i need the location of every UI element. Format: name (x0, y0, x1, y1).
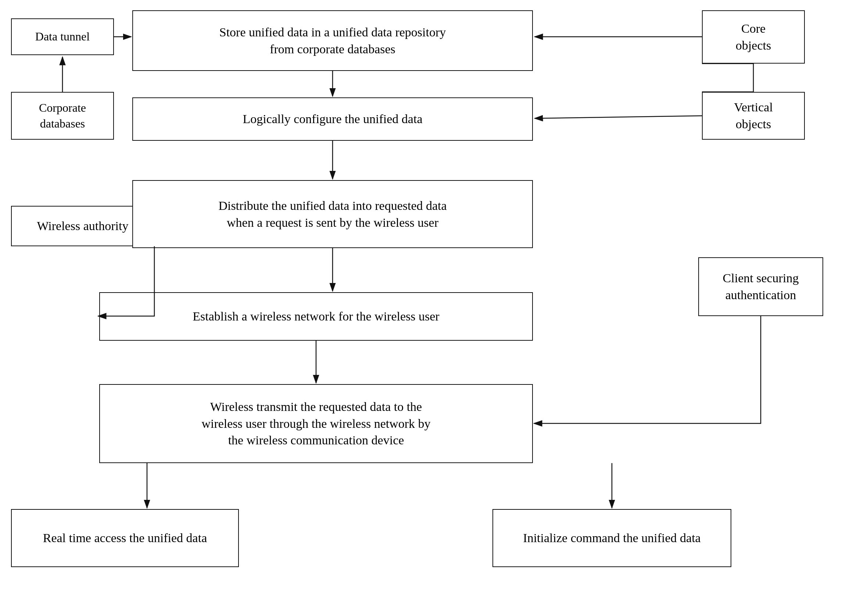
distribute-box: Distribute the unified data into request… (132, 180, 533, 248)
corporate-db-label: Corporatedatabases (39, 100, 86, 132)
data-tunnel-box: Data tunnel (11, 18, 114, 55)
corporate-db-box: Corporatedatabases (11, 92, 114, 140)
vertical-objects-label: Verticalobjects (734, 99, 773, 133)
establish-label: Establish a wireless network for the wir… (193, 308, 439, 325)
initialize-box: Initialize command the unified data (492, 509, 731, 567)
logically-label: Logically configure the unified data (243, 111, 422, 127)
core-objects-label: Coreobjects (736, 20, 771, 54)
logically-box: Logically configure the unified data (132, 97, 533, 141)
vertical-objects-box: Verticalobjects (702, 92, 805, 140)
store-box: Store unified data in a unified data rep… (132, 10, 533, 71)
store-label: Store unified data in a unified data rep… (219, 24, 446, 58)
diagram: Data tunnel Corporatedatabases Store uni… (0, 0, 864, 616)
real-time-label: Real time access the unified data (43, 530, 207, 547)
client-securing-box: Client securingauthentication (698, 257, 823, 316)
core-objects-box: Coreobjects (702, 10, 805, 64)
wireless-transmit-label: Wireless transmit the requested data to … (201, 398, 430, 449)
initialize-label: Initialize command the unified data (523, 530, 701, 547)
wireless-transmit-box: Wireless transmit the requested data to … (99, 384, 533, 463)
establish-box: Establish a wireless network for the wir… (99, 292, 533, 341)
svg-line-8 (535, 116, 702, 118)
data-tunnel-label: Data tunnel (35, 29, 90, 44)
wireless-authority-label: Wireless authority (37, 218, 129, 234)
distribute-label: Distribute the unified data into request… (218, 197, 446, 231)
client-securing-label: Client securingauthentication (723, 270, 799, 303)
real-time-box: Real time access the unified data (11, 509, 239, 567)
